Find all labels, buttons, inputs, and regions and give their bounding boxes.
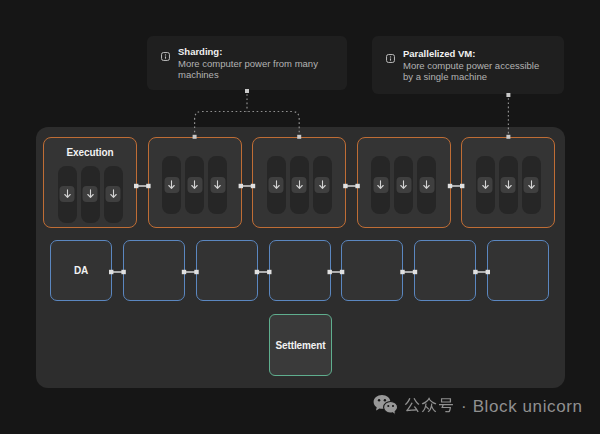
vm-lane [476, 156, 495, 214]
tooltip-sharding: Sharding: More computer power from many … [147, 36, 347, 90]
down-arrow-chip [269, 177, 284, 193]
vm-lane [162, 156, 181, 214]
wechat-icon [373, 394, 398, 419]
execution-box-2 [148, 137, 242, 228]
vm-lane [81, 166, 100, 224]
down-arrow-chip [106, 186, 121, 202]
da-box-5 [341, 240, 403, 301]
down-arrow-icon [504, 180, 512, 190]
execution-box: Execution [43, 137, 137, 228]
down-arrow-icon [191, 180, 199, 190]
execution-box-4 [357, 137, 451, 228]
down-arrow-chip [419, 177, 434, 193]
da-box: DA [50, 240, 112, 301]
watermark-cjk-text [404, 397, 455, 415]
down-arrow-chip [315, 177, 330, 193]
down-arrow-icon [86, 189, 94, 199]
da-label: DA [74, 265, 88, 276]
down-arrow-icon [400, 180, 408, 190]
cjk-char [421, 397, 437, 413]
down-arrow-icon [214, 180, 222, 190]
vm-lane [104, 166, 123, 224]
da-box-4 [269, 240, 331, 301]
diagram-canvas: Sharding: More computer power from many … [0, 0, 600, 434]
tooltip-text: Sharding: More computer power from many … [178, 46, 324, 80]
settlement-box: Settlement [269, 314, 332, 376]
cjk-char [438, 397, 454, 413]
down-arrow-icon [377, 180, 385, 190]
da-box-3 [196, 240, 258, 301]
tooltip-body: More compute power accessible by a singl… [403, 60, 545, 83]
execution-label: Execution [44, 147, 136, 158]
down-arrow-icon [481, 180, 489, 190]
down-arrow-chip [478, 177, 493, 193]
vm-lane [185, 156, 204, 214]
down-arrow-chip [524, 177, 539, 193]
down-arrow-icon [109, 189, 117, 199]
down-arrow-chip [187, 177, 202, 193]
vm-lane [290, 156, 309, 214]
vm-lane [58, 166, 77, 224]
tooltip-title: Sharding: [178, 46, 324, 58]
vm-lane [522, 156, 541, 214]
down-arrow-icon [295, 180, 303, 190]
tooltip-text: Parallelized VM: More compute power acce… [403, 48, 545, 84]
da-box-2 [123, 240, 185, 301]
down-arrow-chip [373, 177, 388, 193]
da-box-6 [414, 240, 476, 301]
down-arrow-icon [318, 180, 326, 190]
vm-lane [371, 156, 390, 214]
tooltip-body: More computer power from many machines [178, 58, 324, 81]
down-arrow-icon [63, 189, 71, 199]
vm-lane [313, 156, 332, 214]
da-box-7 [487, 240, 549, 301]
cjk-char [404, 397, 420, 413]
down-arrow-chip [60, 186, 75, 202]
down-arrow-chip [210, 177, 225, 193]
down-arrow-chip [83, 186, 98, 202]
down-arrow-icon [527, 180, 535, 190]
info-icon [161, 47, 170, 80]
watermark-separator: · [455, 397, 473, 417]
settlement-label: Settlement [275, 340, 325, 351]
down-arrow-chip [292, 177, 307, 193]
down-arrow-icon [423, 180, 431, 190]
tooltip-parallelized-vm: Parallelized VM: More compute power acce… [372, 36, 564, 94]
watermark: · Block unicorn [373, 394, 583, 419]
tooltip-title: Parallelized VM: [403, 48, 545, 60]
vm-lane [499, 156, 518, 214]
vm-lane [394, 156, 413, 214]
vm-lane [417, 156, 436, 214]
down-arrow-icon [272, 180, 280, 190]
down-arrow-chip [164, 177, 179, 193]
info-icon [386, 49, 395, 84]
down-arrow-chip [501, 177, 516, 193]
vm-lane [208, 156, 227, 214]
execution-box-3 [252, 137, 346, 228]
execution-box-5 [461, 137, 555, 228]
watermark-brand: Block unicorn [473, 397, 583, 417]
vm-lane [267, 156, 286, 214]
down-arrow-chip [396, 177, 411, 193]
down-arrow-icon [168, 180, 176, 190]
